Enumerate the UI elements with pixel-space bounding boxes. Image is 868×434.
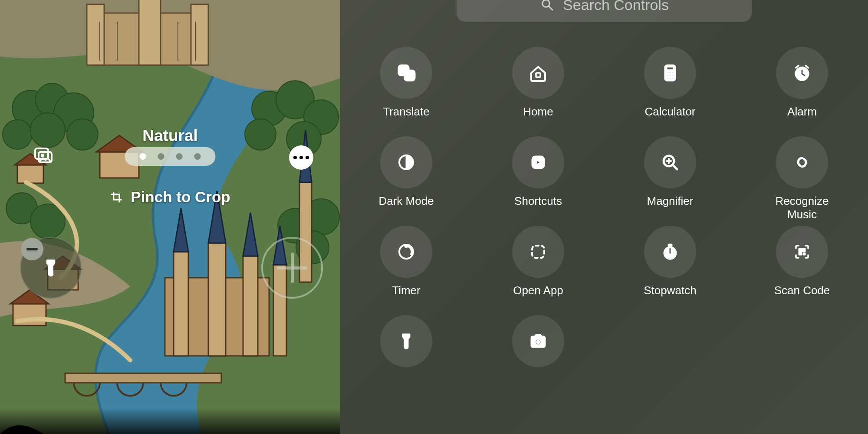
control-stopwatch[interactable]: Stopwatch: [635, 226, 705, 306]
control-translate[interactable]: Translate: [372, 47, 441, 128]
control-label: Translate: [383, 105, 429, 120]
wallpaper-editor-pane: Natural Pinch to Crop: [0, 0, 340, 434]
add-lockscreen-widget-button[interactable]: [261, 237, 323, 299]
control-flashlight[interactable]: [372, 315, 441, 396]
page-dot: [140, 153, 146, 160]
magnifier-icon: [660, 152, 681, 173]
control-shortcuts[interactable]: Shortcuts: [503, 136, 573, 217]
search-placeholder: Search Controls: [563, 0, 669, 13]
svg-rect-56: [139, 0, 161, 65]
svg-rect-55: [191, 4, 208, 65]
control-label: Recognize Music: [776, 194, 829, 221]
page-dot: [158, 153, 164, 160]
control-timer[interactable]: Timer: [372, 226, 441, 306]
svg-rect-75: [243, 256, 258, 356]
camera-icon: [528, 331, 549, 352]
wallpaper-preview[interactable]: [0, 0, 340, 434]
crop-hint-label: Pinch to Crop: [131, 188, 230, 206]
control-camera[interactable]: [503, 315, 573, 396]
shazam-icon: [792, 152, 812, 173]
control-label: Magnifier: [647, 194, 694, 209]
page-dot: [194, 153, 201, 160]
timer-icon: [396, 241, 417, 262]
svg-point-42: [67, 119, 98, 150]
controls-gallery-pane: Search Controls Translate Home Calculato…: [340, 0, 868, 434]
qr-scan-icon: [792, 241, 812, 262]
remove-widget-button[interactable]: [21, 238, 43, 260]
control-dark-mode[interactable]: Dark Mode: [372, 136, 441, 217]
control-magnifier[interactable]: Magnifier: [635, 136, 705, 217]
open-app-icon: [528, 241, 549, 262]
control-recognize-music[interactable]: Recognize Music: [767, 136, 837, 217]
more-options-button[interactable]: [289, 145, 313, 170]
svg-point-46: [245, 119, 276, 150]
control-label: Shortcuts: [514, 194, 562, 209]
flashlight-icon: [396, 331, 417, 352]
svg-rect-71: [174, 252, 188, 356]
minus-icon: [26, 248, 38, 250]
control-label: Dark Mode: [378, 194, 434, 209]
control-label: Timer: [392, 284, 420, 299]
photo-library-button[interactable]: [27, 140, 59, 172]
translate-icon: [396, 62, 417, 83]
search-icon: [539, 0, 555, 13]
control-label: Open App: [513, 284, 563, 299]
calculator-icon: [660, 62, 681, 83]
dark-mode-icon: [396, 152, 417, 173]
wallpaper-style-label: Natural: [142, 127, 197, 145]
control-scan-code[interactable]: Scan Code: [767, 226, 837, 306]
plus-icon: [291, 253, 294, 283]
controls-grid: Translate Home Calculator Alarm Da: [340, 47, 868, 396]
control-home[interactable]: Home: [503, 47, 573, 128]
svg-rect-73: [208, 243, 226, 356]
control-label: Home: [523, 105, 553, 120]
home-icon: [528, 62, 549, 83]
control-label: Stopwatch: [644, 284, 696, 299]
pinch-to-crop-hint: Pinch to Crop: [110, 188, 230, 206]
stopwatch-icon: [660, 241, 681, 262]
svg-rect-82: [0, 408, 340, 434]
control-alarm[interactable]: Alarm: [767, 47, 837, 128]
search-controls-field[interactable]: Search Controls: [457, 0, 752, 22]
control-open-app[interactable]: Open App: [503, 226, 573, 306]
control-label: Calculator: [644, 105, 695, 120]
page-dot: [176, 153, 183, 160]
control-calculator[interactable]: Calculator: [635, 47, 705, 128]
shortcuts-icon: [528, 152, 549, 173]
alarm-icon: [792, 62, 812, 83]
crop-icon: [110, 191, 123, 204]
svg-rect-54: [87, 4, 104, 65]
control-label: Scan Code: [774, 284, 830, 299]
style-page-indicator[interactable]: [125, 147, 216, 166]
svg-rect-81: [65, 373, 221, 383]
control-label: Alarm: [787, 105, 817, 120]
